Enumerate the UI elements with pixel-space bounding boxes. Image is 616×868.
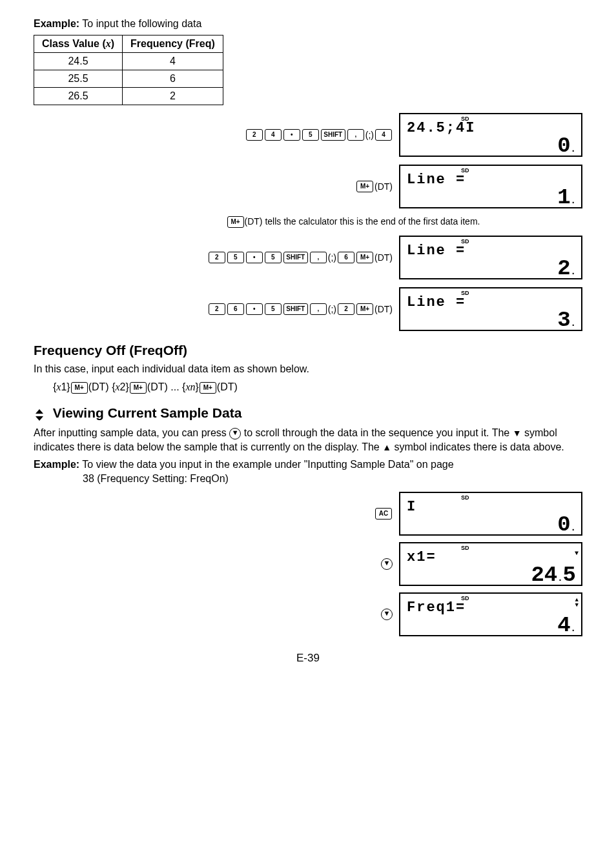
key-6: 6 [227, 303, 244, 315]
display-line2: 2. [557, 257, 576, 279]
display-line2: 1. [557, 187, 576, 208]
table-cell: 26.5 [34, 88, 123, 105]
dt-label: (DT) [375, 304, 393, 314]
key-5: 5 [265, 303, 282, 315]
svg-marker-1 [36, 416, 43, 421]
display-line2: 24.5 [531, 564, 576, 586]
display-line1: Line = [407, 243, 466, 259]
example-text: To input the following data [79, 18, 201, 29]
key-sequence-3: 2 5 • 5 SHIFT , (;) 6 M+ (DT) [208, 252, 393, 263]
down-key-icon: ▼ [381, 558, 393, 570]
key-2: 2 [209, 252, 225, 263]
display-line1: 24.5;4I [407, 120, 475, 136]
key-mplus: M+ [356, 303, 373, 315]
freqoff-body: In this case, input each individual data… [34, 362, 582, 376]
calc-display-x1: SD x1= ▼ 24.5 [399, 542, 582, 586]
key-sequence-1: 2 4 • 5 SHIFT , (;) 4 [245, 129, 393, 141]
table-cell: 4 [123, 53, 223, 70]
svg-marker-0 [36, 409, 43, 414]
semi-label: (;) [328, 252, 336, 263]
table-header-class: Class Value (x)Class Value (x) [34, 35, 123, 53]
key-2: 2 [209, 303, 225, 315]
key-dot: • [246, 252, 263, 263]
key-4: 4 [265, 129, 282, 141]
key-ac: AC [375, 508, 392, 520]
table-cell: 2 [123, 88, 223, 105]
viewing-p1: After inputting sample data, you can pre… [34, 426, 582, 454]
key-5: 5 [302, 129, 319, 141]
page-number: E-39 [34, 652, 582, 665]
viewing-example: Example: To view the data you input in t… [34, 458, 582, 485]
down-key-icon: ▼ [229, 428, 241, 439]
down-triangle-icon: ▼ [513, 428, 522, 438]
table-cell: 6 [123, 70, 223, 88]
display-line1: Line = [407, 294, 466, 310]
key-5: 5 [227, 252, 244, 263]
calc-display-1: SD 24.5;4I 0. [399, 113, 582, 157]
display-line2: 4. [557, 614, 576, 636]
key-shift: SHIFT [283, 252, 308, 263]
key-4: 4 [375, 129, 392, 141]
dt-note: M+(DT) tells the calculator this is the … [124, 216, 582, 228]
down-indicator-icon: ▼ [575, 550, 579, 557]
semi-label: (;) [328, 304, 336, 314]
dt-label: (DT) [375, 181, 393, 192]
freqoff-seq: {x1}M+(DT) {x2}M+(DT) ... {xn}M+(DT) [53, 380, 582, 394]
key-6: 6 [338, 252, 354, 263]
key-sequence-4: 2 6 • 5 SHIFT , (;) 2 M+ (DT) [208, 303, 393, 315]
freqoff-heading: Frequency Off (FreqOff) [34, 343, 582, 358]
key-dot: • [246, 303, 263, 315]
input-row-4: 2 6 • 5 SHIFT , (;) 2 M+ (DT) SD Line = … [34, 287, 582, 331]
key-2: 2 [338, 303, 354, 315]
display-line1: I [407, 499, 416, 515]
key-mplus: M+ [200, 382, 216, 394]
updown-indicator-icon: ▲▼ [575, 598, 579, 608]
calc-display-4: SD Line = 3. [399, 287, 582, 331]
view-row-3: ▼ SD Freq1= ▲▼ 4. [34, 592, 582, 636]
calc-display-3: SD Line = 2. [399, 236, 582, 279]
display-line1: Freq1= [407, 600, 466, 616]
key-5: 5 [265, 252, 282, 263]
key-mplus: M+ [71, 382, 88, 394]
up-triangle-icon: ▲ [382, 442, 391, 452]
key-shift: SHIFT [321, 129, 345, 141]
display-line1: x1= [407, 549, 436, 565]
viewing-heading: Viewing Current Sample Data [34, 405, 582, 421]
down-key-icon: ▼ [381, 609, 393, 620]
semi-label: (;) [365, 130, 374, 140]
sd-indicator: SD [461, 494, 469, 501]
display-line2: 0. [557, 514, 576, 536]
key-mplus: M+ [227, 216, 244, 228]
key-dot: • [283, 129, 300, 141]
sd-indicator: SD [461, 545, 469, 551]
key-shift: SHIFT [283, 303, 308, 315]
table-cell: 25.5 [34, 70, 123, 88]
input-row-3: 2 5 • 5 SHIFT , (;) 6 M+ (DT) SD Line = … [34, 236, 582, 279]
input-row-2: M+ (DT) SD Line = 1. [34, 165, 582, 208]
example-intro: Example: To input the following data [34, 18, 582, 30]
display-line1: Line = [407, 172, 466, 188]
key-2: 2 [246, 129, 263, 141]
display-line2: 3. [557, 309, 576, 331]
dt-label: (DT) [375, 252, 393, 263]
key-mplus: M+ [356, 252, 373, 263]
table-cell: 24.5 [34, 53, 123, 70]
key-comma: , [310, 303, 327, 315]
key-sequence-2: M+ (DT) [356, 181, 393, 192]
display-line2: 0. [557, 135, 576, 157]
key-mplus: M+ [130, 382, 147, 394]
input-row-1: 2 4 • 5 SHIFT , (;) 4 SD 24.5;4I 0. [34, 113, 582, 157]
table-header-freq: Frequency (Freq) [123, 35, 223, 53]
calc-display-ac: SD I 0. [399, 492, 582, 536]
calc-display-freq1: SD Freq1= ▲▼ 4. [399, 592, 582, 636]
example-label: Example: [34, 18, 79, 29]
updown-icon [34, 407, 45, 422]
calc-display-2: SD Line = 1. [399, 165, 582, 208]
key-comma: , [310, 252, 327, 263]
view-row-1: AC SD I 0. [34, 492, 582, 536]
class-frequency-table: Class Value (x)Class Value (x) Frequency… [34, 35, 223, 105]
key-mplus: M+ [356, 181, 373, 192]
key-comma: , [347, 129, 364, 141]
view-row-2: ▼ SD x1= ▼ 24.5 [34, 542, 582, 586]
